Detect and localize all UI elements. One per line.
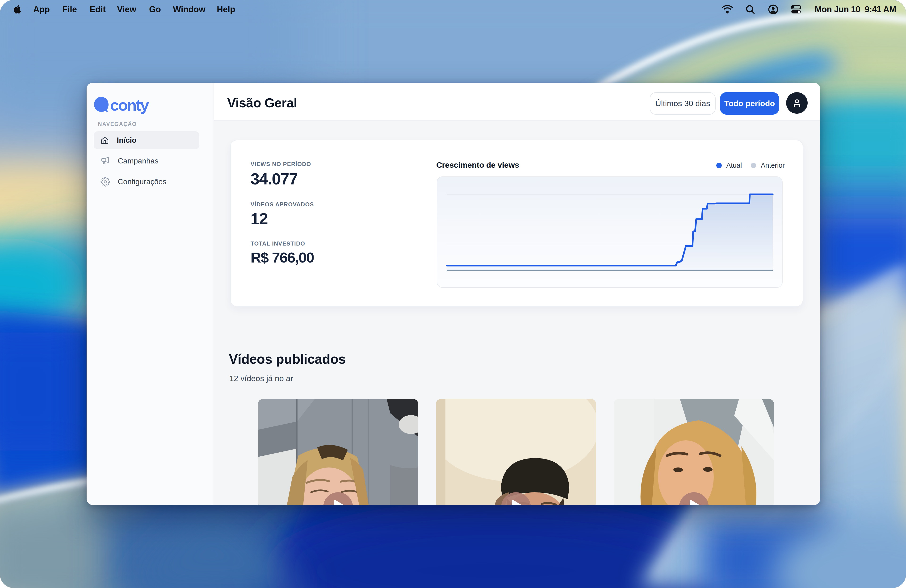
svg-text:conty: conty: [110, 96, 149, 114]
